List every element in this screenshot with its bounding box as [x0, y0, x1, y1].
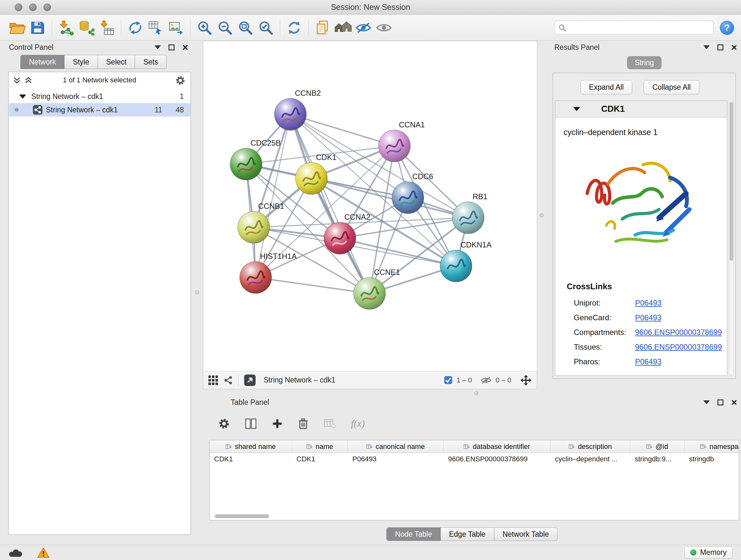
crosslink-link[interactable]: P06493: [635, 313, 662, 322]
show-all-button[interactable]: [374, 17, 394, 38]
vertical-splitter-handle[interactable]: [195, 290, 199, 294]
warning-icon[interactable]: [37, 547, 50, 558]
network-collection-row[interactable]: String Network – cdk1 1: [9, 90, 190, 103]
panel-menu-icon[interactable]: [703, 45, 710, 49]
new-network-from-selection-button[interactable]: [145, 17, 166, 38]
copy-document-button[interactable]: [313, 17, 333, 38]
protein-structure-image: [578, 145, 705, 264]
horizontal-splitter-handle[interactable]: [474, 391, 478, 395]
tab-select[interactable]: Select: [98, 55, 135, 69]
vertical-splitter-handle[interactable]: [540, 213, 544, 217]
network-canvas[interactable]: CCNB2CCNA1CDC25BCDK1CDC6RB1CCNB1CCNA2CDK…: [203, 41, 537, 371]
network-tree-item[interactable]: String Network – cdk1 11 48: [9, 103, 190, 117]
protein-card-header[interactable]: CDK1: [555, 101, 727, 118]
toolbar-separator: [308, 20, 309, 36]
network-node-rb1[interactable]: [452, 202, 484, 234]
collapse-all-button[interactable]: Collapse All: [644, 80, 699, 95]
import-table-from-file-button[interactable]: [97, 17, 117, 38]
panel-close-icon[interactable]: ×: [731, 397, 737, 408]
string-results-tab[interactable]: String: [627, 56, 662, 69]
tab-network-table[interactable]: Network Table: [494, 527, 557, 541]
column-header[interactable]: database identifier: [444, 440, 550, 453]
network-node-cdkn1a[interactable]: [440, 250, 472, 282]
export-image-button[interactable]: [166, 17, 186, 38]
refresh-network-button[interactable]: [284, 17, 305, 38]
zoom-fit-button[interactable]: [235, 17, 256, 38]
panel-float-icon[interactable]: [718, 44, 724, 51]
table-row[interactable]: CDK1CDK1P064939606.ENSP00000378699cyclin…: [210, 453, 739, 465]
close-window-button[interactable]: [15, 3, 22, 11]
network-node-ccna2[interactable]: [324, 222, 356, 254]
search-input[interactable]: [569, 23, 710, 32]
tab-node-table[interactable]: Node Table: [387, 527, 441, 541]
panel-float-icon[interactable]: [718, 399, 724, 406]
memory-button[interactable]: Memory: [684, 546, 733, 559]
birds-eye-view-button[interactable]: [244, 374, 256, 386]
selected-checkbox-icon[interactable]: [444, 376, 453, 384]
results-scrollbar[interactable]: [729, 101, 734, 375]
open-session-button[interactable]: [7, 17, 27, 38]
scrollbar-thumb[interactable]: [730, 102, 733, 261]
scrollbar-thumb[interactable]: [215, 514, 269, 518]
column-header[interactable]: name: [292, 440, 348, 453]
crosslink-link[interactable]: 9606.ENSP00000378699: [635, 343, 722, 352]
network-node-ccna1[interactable]: [379, 130, 410, 162]
column-header-label: name: [316, 442, 333, 451]
tab-sets[interactable]: Sets: [135, 55, 166, 69]
zoom-out-button[interactable]: [215, 17, 235, 38]
network-node-cdk1[interactable]: [295, 163, 327, 194]
panel-close-icon[interactable]: ×: [182, 42, 188, 52]
import-network-from-file-button[interactable]: [56, 17, 76, 38]
network-node-cdc6[interactable]: [392, 182, 424, 213]
zoom-in-button[interactable]: [194, 17, 215, 38]
column-header[interactable]: @id: [630, 440, 684, 453]
gear-icon[interactable]: [175, 75, 185, 87]
crosslink-link[interactable]: P06493: [635, 299, 662, 307]
network-node-ccne1[interactable]: [354, 277, 386, 309]
column-header[interactable]: canonical name: [348, 440, 444, 453]
tab-edge-table[interactable]: Edge Table: [441, 527, 494, 541]
home-view-button[interactable]: [333, 17, 353, 38]
crosslink-link[interactable]: P06493: [635, 357, 662, 366]
column-header[interactable]: namespac: [684, 440, 739, 453]
network-node-cdc25b[interactable]: [230, 148, 262, 180]
column-header[interactable]: shared name: [210, 440, 292, 453]
network-node-hist1h1a[interactable]: [240, 261, 272, 294]
disclosure-triangle-icon[interactable]: [573, 107, 580, 111]
show-columns-icon[interactable]: [245, 418, 257, 429]
maximize-window-button[interactable]: [44, 3, 51, 11]
hidden-eye-icon[interactable]: [480, 376, 492, 385]
delete-column-trash-icon[interactable]: [298, 418, 308, 429]
first-neighbors-button[interactable]: [125, 17, 145, 38]
table-cell: cyclin–dependent ...: [550, 455, 630, 463]
expand-all-button[interactable]: Expand All: [581, 80, 632, 95]
table-settings-gear-icon[interactable]: [218, 418, 230, 429]
zoom-selected-button[interactable]: [256, 17, 276, 38]
tab-network[interactable]: Network: [20, 55, 64, 69]
share-network-icon[interactable]: [223, 375, 233, 385]
search-field[interactable]: [554, 21, 714, 35]
crosslink-link[interactable]: 9606.ENSP00000378699: [635, 328, 722, 337]
panel-float-icon[interactable]: [169, 44, 175, 51]
add-column-plus-icon[interactable]: [272, 418, 283, 429]
panel-menu-icon[interactable]: [154, 45, 161, 49]
hide-selected-button[interactable]: [353, 17, 374, 38]
grid-view-icon[interactable]: [208, 375, 218, 385]
cloud-icon[interactable]: [8, 548, 23, 557]
table-horizontal-scrollbar[interactable]: [211, 514, 738, 519]
column-header[interactable]: description: [550, 440, 630, 453]
network-node-ccnb1[interactable]: [238, 211, 270, 243]
help-button[interactable]: ?: [720, 21, 734, 35]
panel-close-icon[interactable]: ×: [731, 42, 737, 52]
disclosure-triangle-icon[interactable]: [19, 95, 26, 99]
tab-style[interactable]: Style: [64, 55, 98, 69]
network-node-ccnb2[interactable]: [274, 98, 307, 130]
expand-all-icon[interactable]: [24, 76, 33, 86]
collapse-all-icon[interactable]: [12, 76, 21, 86]
save-session-button[interactable]: [27, 17, 48, 38]
toolbar-separator: [280, 20, 280, 36]
import-network-from-database-button[interactable]: [76, 17, 97, 38]
panel-menu-icon[interactable]: [703, 400, 710, 404]
pan-crosshair-icon[interactable]: [520, 374, 532, 386]
minimize-window-button[interactable]: [29, 3, 37, 11]
